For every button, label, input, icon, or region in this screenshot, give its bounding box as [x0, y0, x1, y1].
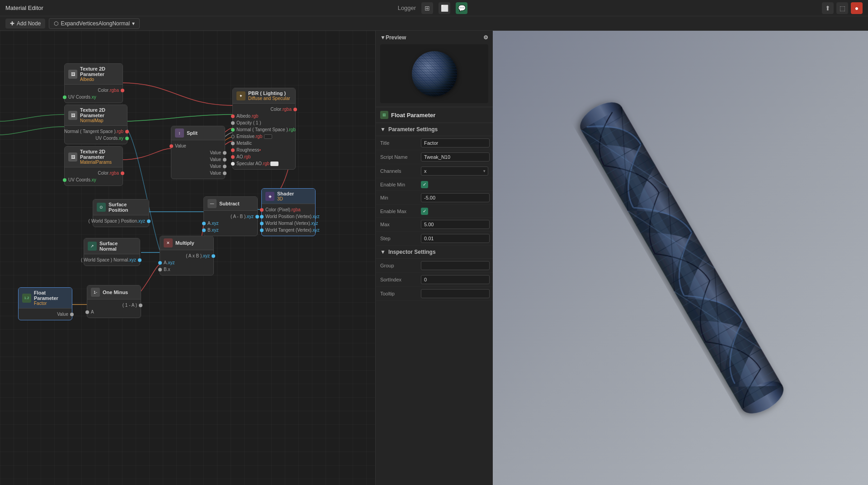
layout-icon[interactable]: ⊞ [421, 2, 433, 14]
svg-rect-40 [594, 117, 764, 401]
inspector-section-title: Inspector Settings [388, 249, 436, 255]
node-shader[interactable]: ◈ Shader 3D Color (Pixel).rgba World Pos… [261, 188, 316, 236]
param-row-tooltip: Tooltip [376, 287, 493, 301]
record-icon[interactable]: ● [851, 2, 863, 14]
port-world-pos: ( World Space ) Position.xyz [93, 218, 149, 224]
title-bar-left: Material Editor [5, 5, 43, 11]
pbr-icon: ✦ [236, 91, 245, 100]
param-row-step: Step [376, 232, 493, 246]
param-input-min[interactable] [421, 193, 490, 202]
add-node-button[interactable]: ✚ Add Node [5, 19, 45, 29]
param-label-tooltip: Tooltip [380, 291, 421, 296]
logger-title: Logger [398, 5, 416, 11]
chat-icon[interactable]: 💬 [456, 2, 467, 14]
node-subtract[interactable]: — Subtract ( A - B ).xyz A.xyz B.xyz [203, 196, 258, 236]
port-a-in: A.xyz [204, 220, 257, 227]
param-row-enable-max: Enable Max ✓ [376, 205, 493, 218]
add-icon: ✚ [10, 20, 14, 27]
rope-svg [515, 31, 868, 485]
param-checkbox-enable-max[interactable]: ✓ [421, 208, 428, 215]
param-row-min: Min [376, 191, 493, 205]
texture-icon: 🖼 [68, 70, 77, 79]
param-input-tooltip[interactable] [421, 289, 490, 298]
preview-ball [412, 51, 457, 96]
node-texture-materialparams[interactable]: 🖼 Texture 2D Parameter MaterialParams Co… [64, 146, 123, 186]
param-checkbox-enable-min[interactable]: ✓ [421, 181, 428, 188]
preview-arrow: ▼ [380, 34, 386, 41]
shader-icon: ◈ [265, 192, 274, 201]
port-ao: AO.rgb [233, 153, 295, 160]
port-b-in: B.x [160, 266, 213, 273]
node-one-minus[interactable]: 1- One Minus ( 1 - A ) A [87, 285, 141, 318]
node-surface-position[interactable]: ⊙ Surface Position ( World Space ) Posit… [93, 199, 149, 227]
sub-header: ✚ Add Node ⬡ ExpandVerticesAlongNormal ▾ [0, 16, 868, 31]
expand-vertices-dropdown[interactable]: ⬡ ExpandVerticesAlongNormal ▾ [49, 18, 140, 29]
inspector-section-header[interactable]: ▼ Inspector Settings [376, 246, 493, 259]
port-world-normal: ( World Space ) Normal.xyz [84, 257, 140, 263]
param-section-header[interactable]: ▼ Parameter Settings [376, 123, 493, 136]
param-select-channels[interactable]: x y z xy xyz xyzw [421, 166, 488, 176]
port-a-in: A [87, 309, 141, 315]
node-header: — Subtract [204, 197, 257, 211]
node-float-parameter[interactable]: 1.2 Float Parameter Factor Value [18, 287, 72, 320]
title-bar-right: ⬆ ⬚ ● [822, 2, 863, 14]
port-opacity: Opacity ( 1 ) [233, 119, 295, 126]
port-metallic: Metallic [233, 140, 295, 147]
node-pbr-lighting[interactable]: ✦ PBR ( Lighting ) Diffuse and Specular … [232, 88, 296, 170]
node-surface-normal[interactable]: ↗ Surface Normal ( World Space ) Normal.… [84, 238, 140, 266]
node-texture-albedo[interactable]: 🖼 Texture 2D Parameter Albedo Color.rgba… [64, 63, 123, 103]
param-label-title: Title [380, 140, 421, 146]
float-icon: 1.2 [22, 294, 31, 303]
upload-icon[interactable]: ⬆ [822, 2, 834, 14]
port-uv-in: UV Coords.xy [65, 176, 123, 183]
param-input-scriptname[interactable] [421, 152, 490, 162]
node-header: 1- One Minus [87, 285, 141, 300]
one-minus-icon: 1- [91, 288, 100, 297]
float-param-header: ⊞ Float Parameter [376, 107, 493, 123]
main-content: 🖼 Texture 2D Parameter Albedo Color.rgba… [0, 31, 868, 485]
node-header: ◈ Shader 3D [262, 189, 315, 204]
param-input-max[interactable] [421, 220, 490, 229]
port-val1: Value [171, 149, 225, 156]
port-world-pos-v: World Position (Vertex).xyz [262, 213, 315, 220]
port-value-in: Value [171, 143, 225, 149]
node-header: 1.2 Float Parameter Factor [19, 288, 72, 309]
chevron-down-icon: ▾ [132, 20, 135, 27]
graph-icon: ⬡ [54, 20, 58, 27]
preview-section: ▼ Preview ⚙ [376, 31, 493, 107]
param-label-group: Group [380, 263, 421, 268]
preview-header[interactable]: ▼ Preview ⚙ [376, 31, 493, 44]
param-row-sortindex: SortIndex [376, 273, 493, 287]
multiply-icon: ✕ [164, 238, 173, 247]
node-multiply[interactable]: ✕ Multiply ( A x B ).xyz A.xyz B.x [160, 236, 214, 276]
right-panel: ▼ Preview ⚙ ⊞ Float Parameter ▼ Paramete… [375, 31, 493, 485]
port-val4: Value [171, 170, 225, 176]
param-input-group[interactable] [421, 261, 490, 270]
param-label-min: Min [380, 195, 421, 200]
node-header: ✕ Multiply [160, 236, 213, 250]
param-channels-wrapper: x y z xy xyz xyzw ▾ [421, 166, 488, 176]
copy-icon[interactable]: ⬚ [836, 2, 848, 14]
param-input-sortindex[interactable] [421, 275, 490, 284]
inspector-section-arrow: ▼ [380, 249, 386, 255]
node-split[interactable]: ↕ Split Value Value Value Value [171, 126, 225, 179]
node-header: 🖼 Texture 2D Parameter MaterialParams [65, 147, 123, 167]
port-normal: Normal ( Tangent Space ).rgb [65, 128, 127, 135]
param-input-step[interactable] [421, 234, 490, 243]
param-label-sortindex: SortIndex [380, 277, 421, 282]
screen-icon[interactable]: ⬜ [439, 2, 450, 14]
node-header: 🖼 Texture 2D Parameter NormalMap [65, 105, 127, 126]
port-a-minus-b: ( A - B ).xyz [204, 213, 257, 220]
port-color-rgba: Color.rgba [65, 87, 123, 94]
node-texture-normalmap[interactable]: 🖼 Texture 2D Parameter NormalMap Normal … [64, 105, 127, 144]
param-section-title: Parameter Settings [388, 126, 438, 133]
preview-settings-icon[interactable]: ⚙ [483, 34, 488, 41]
node-canvas[interactable]: 🖼 Texture 2D Parameter Albedo Color.rgba… [0, 31, 375, 485]
surface-norm-icon: ↗ [88, 242, 97, 251]
param-row-title: Title [376, 136, 493, 150]
param-input-title[interactable] [421, 138, 490, 147]
texture-icon: 🖼 [68, 111, 77, 120]
port-roughness: Roughness• [233, 147, 295, 153]
port-1-minus-a: ( 1 - A ) [87, 302, 141, 309]
param-row-scriptname: Script Name [376, 150, 493, 164]
